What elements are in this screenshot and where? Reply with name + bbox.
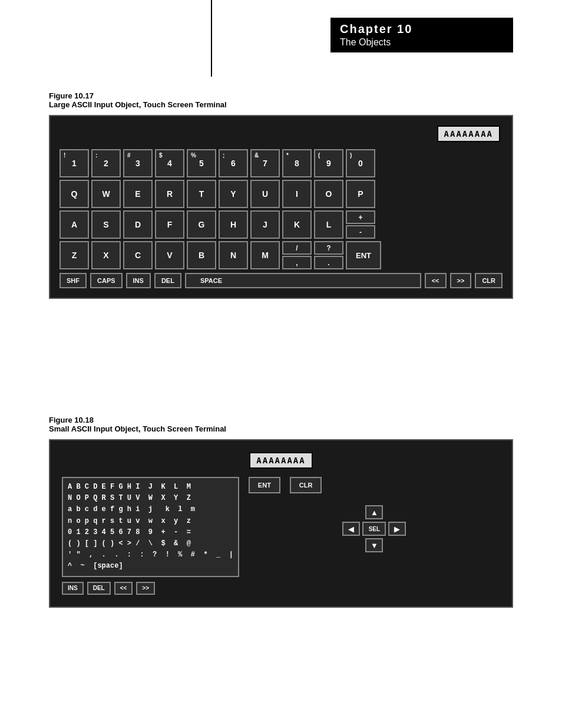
key-e[interactable]: E: [123, 180, 153, 208]
figure-2-area: Figure 10.18 Small ASCII Input Object, T…: [49, 416, 513, 608]
terminal-small: AAAAAAAA A B C D E F G H I J K L M N O P…: [49, 439, 513, 608]
key-f[interactable]: F: [155, 210, 184, 239]
key-z[interactable]: Z: [59, 241, 89, 269]
key-1[interactable]: !1: [59, 149, 89, 177]
key-m[interactable]: M: [250, 241, 280, 269]
func-left[interactable]: <<: [425, 273, 447, 288]
key-j[interactable]: J: [250, 210, 280, 239]
key-question-dot[interactable]: ? .: [314, 241, 343, 269]
key-s[interactable]: S: [91, 210, 121, 239]
func-del[interactable]: DEL: [154, 273, 181, 288]
small-nav-up-row: ▲: [365, 505, 383, 519]
small-func-row: INS DEL << >>: [62, 582, 239, 595]
func-caps[interactable]: CAPS: [90, 273, 123, 288]
key-l[interactable]: L: [314, 210, 343, 239]
q-row: Q W E R T Y U I O P: [59, 180, 503, 208]
key-v[interactable]: V: [155, 241, 184, 269]
small-right-top: ENT CLR: [249, 477, 500, 493]
key-i[interactable]: I: [282, 180, 312, 208]
key-b[interactable]: B: [187, 241, 216, 269]
figure-2-number: Figure 10.18: [49, 416, 513, 424]
key-y[interactable]: Y: [219, 180, 248, 208]
key-w[interactable]: W: [91, 180, 121, 208]
nav-up-arrow[interactable]: ▲: [365, 505, 383, 519]
small-func-right[interactable]: >>: [136, 582, 155, 595]
small-keys-grid[interactable]: A B C D E F G H I J K L M N O P Q R S T …: [62, 477, 239, 577]
key-g[interactable]: G: [187, 210, 216, 239]
small-sel-btn[interactable]: SEL: [362, 522, 386, 536]
vertical-divider: [211, 0, 212, 77]
func-clr[interactable]: CLR: [475, 273, 503, 288]
terminal-large: AAAAAAAA !1 :2 #3 $4 %5 ;6 &7 *8 (9 )0 Q…: [49, 115, 513, 299]
func-shf[interactable]: SHF: [59, 273, 87, 288]
large-display-row: AAAAAAAA: [59, 126, 503, 142]
func-right[interactable]: >>: [450, 273, 472, 288]
small-nav-mid-row: ◀ SEL ▶: [342, 522, 406, 536]
large-display: AAAAAAAA: [437, 126, 500, 142]
small-func-del[interactable]: DEL: [87, 582, 111, 595]
key-3[interactable]: #3: [123, 149, 153, 177]
small-right-section: ENT CLR ▲ ◀ SEL ▶ ▼: [249, 477, 500, 552]
key-2[interactable]: :2: [91, 149, 121, 177]
small-keyboard-section: A B C D E F G H I J K L M N O P Q R S T …: [62, 477, 239, 595]
small-func-left[interactable]: <<: [114, 582, 133, 595]
key-6[interactable]: ;6: [219, 149, 248, 177]
a-row: A S D F G H J K L + -: [59, 210, 503, 239]
key-o[interactable]: O: [314, 180, 343, 208]
key-n[interactable]: N: [219, 241, 248, 269]
small-display: AAAAAAAA: [249, 452, 312, 469]
number-row: !1 :2 #3 $4 %5 ;6 &7 *8 (9 )0: [59, 149, 503, 177]
key-9[interactable]: (9: [314, 149, 343, 177]
key-x[interactable]: X: [91, 241, 121, 269]
key-plus-minus[interactable]: + -: [346, 210, 375, 239]
key-u[interactable]: U: [250, 180, 280, 208]
figure-1-number: Figure 10.17: [49, 91, 513, 100]
key-a[interactable]: A: [59, 210, 89, 239]
small-clr-btn[interactable]: CLR: [290, 477, 322, 493]
key-t[interactable]: T: [187, 180, 216, 208]
figure-1-area: Figure 10.17 Large ASCII Input Object, T…: [49, 91, 513, 299]
key-q[interactable]: Q: [59, 180, 89, 208]
func-ins[interactable]: INS: [126, 273, 151, 288]
chapter-box: Chapter 10 The Objects: [330, 18, 513, 52]
key-r[interactable]: R: [155, 180, 184, 208]
key-d[interactable]: D: [123, 210, 153, 239]
key-k[interactable]: K: [282, 210, 312, 239]
figure-2-caption: Figure 10.18 Small ASCII Input Object, T…: [49, 416, 513, 433]
figure-1-title: Large ASCII Input Object, Touch Screen T…: [49, 100, 513, 109]
chapter-number: Chapter 10: [340, 22, 504, 36]
key-4[interactable]: $4: [155, 149, 184, 177]
small-layout: A B C D E F G H I J K L M N O P Q R S T …: [62, 477, 500, 595]
small-ent-btn[interactable]: ENT: [249, 477, 280, 493]
key-c[interactable]: C: [123, 241, 153, 269]
key-p[interactable]: P: [346, 180, 375, 208]
figure-2-title: Small ASCII Input Object, Touch Screen T…: [49, 424, 513, 433]
small-nav-cluster: ▲ ◀ SEL ▶ ▼: [249, 505, 500, 552]
func-row: SHF CAPS INS DEL SPACE << >> CLR: [59, 273, 503, 288]
key-h[interactable]: H: [219, 210, 248, 239]
key-7[interactable]: &7: [250, 149, 280, 177]
nav-right-arrow[interactable]: ▶: [388, 522, 406, 536]
header-area: Chapter 10 The Objects: [0, 0, 562, 77]
chapter-title: The Objects: [340, 37, 504, 48]
z-row: Z X C V B N M / , ? . ENT: [59, 241, 503, 269]
small-nav-down-row: ▼: [365, 538, 383, 552]
key-slash-comma[interactable]: / ,: [282, 241, 312, 269]
key-0[interactable]: )0: [346, 149, 375, 177]
nav-left-arrow[interactable]: ◀: [342, 522, 360, 536]
small-func-ins[interactable]: INS: [62, 582, 84, 595]
figure-1-caption: Figure 10.17 Large ASCII Input Object, T…: [49, 91, 513, 109]
key-5[interactable]: %5: [187, 149, 216, 177]
key-8[interactable]: *8: [282, 149, 312, 177]
func-space[interactable]: SPACE: [185, 273, 421, 288]
key-ent[interactable]: ENT: [346, 241, 381, 269]
nav-down-arrow[interactable]: ▼: [365, 538, 383, 552]
small-display-row: AAAAAAAA: [62, 452, 500, 469]
